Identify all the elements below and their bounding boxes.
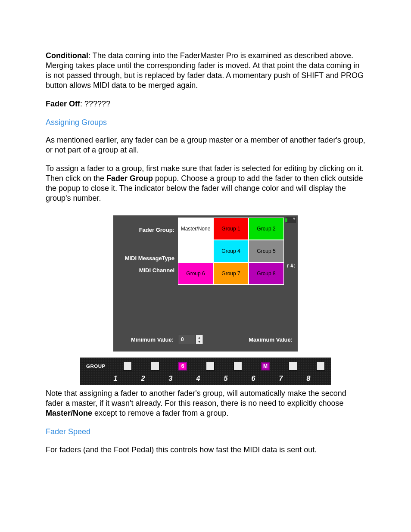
group-numbers: 1 2 3 4 5 6 7 8 [111, 375, 325, 383]
num-2: 2 [139, 375, 147, 383]
paragraph-conditional: Conditional: The data coming into the Fa… [46, 51, 365, 90]
group-box-4[interactable] [206, 362, 215, 370]
group-popup-grid: Master/None Group 1 Group 2 Group 4 Grou… [178, 218, 284, 285]
label-faderoff: Fader Off [46, 100, 80, 108]
label-midi-channel: MIDI Channel [113, 267, 178, 274]
paragraph-4: For faders (and the Foot Pedal) this con… [46, 445, 365, 455]
label-min-value: Minimum Value: [113, 336, 178, 343]
label-group: GROUP [86, 364, 110, 369]
heading-assigning-groups: Assigning Groups [46, 118, 365, 128]
num-8: 8 [304, 375, 313, 383]
cell-group-5[interactable]: Group 5 [249, 240, 284, 262]
label-r-num: r #: [287, 263, 295, 269]
paragraph-3: Note that assigning a fader to another f… [46, 389, 365, 418]
cell-master-none[interactable]: Master/None [178, 218, 213, 240]
cell-group-3-empty[interactable] [178, 240, 213, 262]
num-6: 6 [249, 375, 258, 383]
label-fader-group: Fader Group: [113, 227, 178, 233]
cell-group-6[interactable]: Group 6 [178, 262, 213, 285]
label-max-value: Maximum Value: [249, 336, 298, 343]
cell-group-7[interactable]: Group 7 [213, 262, 249, 285]
p3b: except to remove a fader from a group. [92, 409, 228, 417]
heading-fader-speed: Fader Speed [46, 427, 365, 437]
paragraph-1: As mentioned earlier, any fader can be a… [46, 135, 365, 155]
arrow-down-icon[interactable]: ▼ [196, 339, 202, 344]
group-box-3[interactable]: 6 [178, 362, 187, 370]
label-conditional: Conditional [46, 51, 88, 60]
group-box-7[interactable] [289, 362, 297, 370]
num-5: 5 [221, 375, 230, 383]
paragraph-faderoff: Fader Off: ?????? [46, 99, 365, 109]
p2-bold: Fader Group [106, 174, 153, 183]
group-boxes: 6 M [123, 362, 325, 370]
label-midi-msgtype: MIDI MessageType [113, 255, 178, 261]
group-box-1[interactable] [123, 362, 132, 370]
stepper-arrows[interactable]: ▲▼ [196, 335, 203, 344]
p3a: Note that assigning a fader to another f… [46, 389, 346, 408]
text-conditional: : The data coming into the FaderMaster P… [46, 51, 364, 90]
cell-group-4[interactable]: Group 4 [213, 240, 249, 262]
arrow-up-icon[interactable]: ▲ [196, 335, 202, 339]
min-value-field[interactable]: 0 [178, 335, 196, 344]
group-box-5[interactable] [234, 362, 242, 370]
cell-group-8[interactable]: Group 8 [249, 262, 284, 285]
figure-fadergroup-panel: Fader Group: MIDI MessageType MIDI Chann… [113, 215, 298, 352]
paragraph-2: To assign a fader to a group, first make… [46, 164, 365, 203]
panel: Fader Group: MIDI MessageType MIDI Chann… [113, 215, 298, 352]
group-box-8[interactable] [316, 362, 325, 370]
figure-group-strip: GROUP 6 M 1 2 3 4 5 6 7 [80, 358, 331, 385]
cell-group-1[interactable]: Group 1 [213, 218, 249, 240]
group-box-6[interactable]: M [261, 362, 270, 370]
num-3: 3 [166, 375, 175, 383]
text-faderoff: : ?????? [80, 100, 110, 108]
panel-corner-decoration [286, 217, 296, 223]
num-1: 1 [111, 375, 120, 383]
cell-group-2[interactable]: Group 2 [249, 218, 284, 240]
p3-bold: Master/None [46, 409, 92, 417]
num-7: 7 [277, 375, 285, 383]
num-4: 4 [194, 375, 202, 383]
min-value-stepper[interactable]: 0 ▲▼ [178, 335, 203, 344]
group-strip: GROUP 6 M 1 2 3 4 5 6 7 [80, 358, 331, 385]
group-box-2[interactable] [151, 362, 159, 370]
